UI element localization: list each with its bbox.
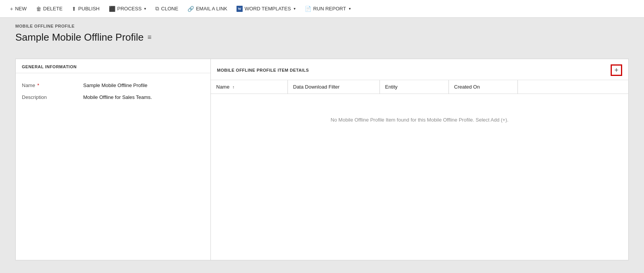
col-header-entity[interactable]: Entity bbox=[380, 80, 449, 94]
run-report-icon: 📄 bbox=[305, 6, 311, 12]
delete-icon: 🗑 bbox=[36, 6, 41, 12]
general-info-form: Name * Sample Mobile Offline Profile Des… bbox=[16, 73, 210, 109]
toolbar: + NEW 🗑 DELETE ⬆ PUBLISH ⬛ PROCESS ▾ ⧉ C… bbox=[0, 0, 644, 18]
process-icon: ⬛ bbox=[109, 6, 115, 12]
required-star: * bbox=[36, 82, 39, 88]
new-button[interactable]: + NEW bbox=[6, 3, 31, 14]
description-row: Description Mobile Offline for Sales Tea… bbox=[22, 91, 204, 103]
item-details-header: MOBILE OFFLINE PROFILE ITEM DETAILS + bbox=[211, 59, 628, 80]
page-title: Sample Mobile Offline Profile bbox=[15, 31, 144, 43]
word-icon: W bbox=[237, 6, 243, 12]
col-header-extra bbox=[518, 80, 628, 94]
email-link-button[interactable]: 🔗 EMAIL A LINK bbox=[184, 3, 231, 14]
main-content: GENERAL INFORMATION Name * Sample Mobile… bbox=[0, 51, 644, 273]
item-details-title: MOBILE OFFLINE PROFILE ITEM DETAILS bbox=[217, 68, 309, 72]
col-header-filter[interactable]: Data Download Filter bbox=[288, 80, 380, 94]
publish-button[interactable]: ⬆ PUBLISH bbox=[68, 3, 104, 14]
run-report-button[interactable]: 📄 RUN REPORT ▾ bbox=[301, 3, 355, 14]
clone-button[interactable]: ⧉ CLONE bbox=[151, 3, 182, 14]
empty-message: No Mobile Offline Profile Item found for… bbox=[211, 94, 628, 146]
clone-icon: ⧉ bbox=[155, 5, 159, 12]
word-templates-chevron: ▾ bbox=[294, 7, 296, 11]
item-details-table: Name ↑ Data Download Filter Entity Creat… bbox=[211, 80, 628, 146]
description-label: Description bbox=[22, 94, 83, 100]
publish-icon: ⬆ bbox=[72, 6, 76, 12]
hamburger-icon[interactable]: ≡ bbox=[148, 33, 152, 41]
delete-button[interactable]: 🗑 DELETE bbox=[32, 3, 67, 14]
table-header-row: Name ↑ Data Download Filter Entity Creat… bbox=[211, 80, 628, 94]
breadcrumb: MOBILE OFFLINE PROFILE bbox=[15, 24, 629, 28]
name-row: Name * Sample Mobile Offline Profile bbox=[22, 79, 204, 91]
process-button[interactable]: ⬛ PROCESS ▾ bbox=[105, 3, 150, 14]
general-info-panel: GENERAL INFORMATION Name * Sample Mobile… bbox=[15, 59, 211, 260]
new-icon: + bbox=[10, 6, 13, 12]
page-title-row: Sample Mobile Offline Profile ≡ bbox=[15, 31, 629, 43]
name-value: Sample Mobile Offline Profile bbox=[83, 82, 204, 88]
item-details-panel: MOBILE OFFLINE PROFILE ITEM DETAILS + Na… bbox=[211, 59, 629, 260]
sort-arrow-name: ↑ bbox=[232, 85, 235, 89]
empty-row: No Mobile Offline Profile Item found for… bbox=[211, 94, 628, 146]
page-header: MOBILE OFFLINE PROFILE Sample Mobile Off… bbox=[0, 18, 644, 51]
email-link-icon: 🔗 bbox=[187, 6, 194, 12]
col-header-created[interactable]: Created On bbox=[449, 80, 518, 94]
col-header-name[interactable]: Name ↑ bbox=[211, 80, 288, 94]
add-item-button[interactable]: + bbox=[611, 64, 622, 76]
general-info-title: GENERAL INFORMATION bbox=[16, 59, 210, 73]
name-label: Name * bbox=[22, 82, 83, 88]
run-report-chevron: ▾ bbox=[349, 7, 351, 11]
word-templates-button[interactable]: W WORD TEMPLATES ▾ bbox=[233, 3, 299, 14]
process-chevron: ▾ bbox=[144, 7, 146, 11]
description-value: Mobile Offline for Sales Teams. bbox=[83, 94, 204, 100]
